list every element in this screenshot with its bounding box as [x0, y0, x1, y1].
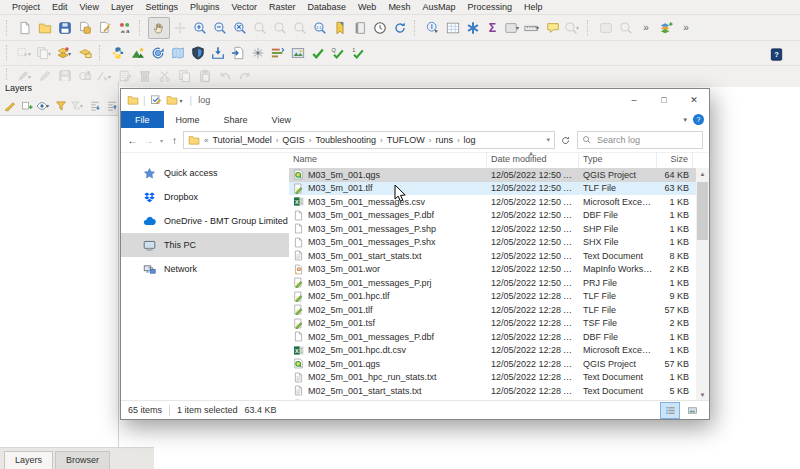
- ribbon-tab-home[interactable]: Home: [164, 111, 212, 128]
- explorer-help-icon[interactable]: ?: [693, 114, 704, 125]
- menu-help[interactable]: Help: [518, 2, 549, 12]
- file-row[interactable]: M03_5m_001_messages_P.shp12/05/2022 12:5…: [289, 222, 696, 236]
- manage-layers-button[interactable]: [656, 18, 676, 38]
- new-print-layout-button[interactable]: [75, 18, 95, 38]
- back-button[interactable]: ←: [125, 135, 140, 146]
- file-row[interactable]: M03_5m_001_messages_P.shx12/05/2022 12:5…: [289, 236, 696, 250]
- ribbon-tab-file[interactable]: File: [121, 111, 164, 128]
- new-spatial-bookmark-button[interactable]: [330, 18, 350, 38]
- tuflow-qgis-check-button[interactable]: Q: [328, 43, 348, 63]
- file-row[interactable]: M03_5m_001.tlf12/05/2022 12:50 AMTLF Fil…: [289, 182, 696, 196]
- tuflow-animation-button[interactable]: [288, 43, 308, 63]
- layer-labeling-button[interactable]: [75, 43, 95, 63]
- new-folder-quickaccess-icon[interactable]: [166, 94, 178, 106]
- dock-tab-layers[interactable]: Layers: [4, 451, 53, 469]
- file-row[interactable]: M02_5m_001.hpc.tlf12/05/2022 12:28 AMTLF…: [289, 290, 696, 304]
- tuflow-import-empty-button[interactable]: [208, 43, 228, 63]
- nav-item-dropbox[interactable]: Dropbox: [121, 185, 289, 209]
- customize-quickaccess-caret-icon[interactable]: ▾: [180, 97, 186, 104]
- zoom-full-button[interactable]: [230, 18, 250, 38]
- breadcrumb-segment[interactable]: Toubleshooting: [316, 135, 377, 145]
- menu-ausmap[interactable]: AusMap: [416, 2, 461, 12]
- column-header-size[interactable]: Size: [657, 152, 693, 168]
- tuflow-integrity-tool-button[interactable]: [188, 43, 208, 63]
- ribbon-tab-view[interactable]: View: [260, 111, 303, 128]
- show-spatial-bookmarks-button[interactable]: [350, 18, 370, 38]
- recent-locations-caret-icon[interactable]: ▾: [157, 137, 166, 144]
- file-row[interactable]: M03_5m_001_messages_P.prj12/05/2022 12:5…: [289, 276, 696, 290]
- file-row[interactable]: M03_5m_001.qgs12/05/2022 12:50 AMQGIS Pr…: [289, 168, 696, 182]
- large-icons-view-button[interactable]: [682, 402, 702, 419]
- address-dropdown-icon[interactable]: ▾: [546, 136, 550, 144]
- temporal-controller-button[interactable]: [370, 18, 390, 38]
- layers-panel-body[interactable]: [0, 115, 118, 448]
- expand-all-button[interactable]: [87, 98, 103, 114]
- menu-processing[interactable]: Processing: [461, 2, 518, 12]
- menu-database[interactable]: Database: [302, 2, 353, 12]
- up-button[interactable]: ↑: [167, 135, 182, 146]
- menu-layer[interactable]: Layer: [105, 2, 140, 12]
- breadcrumb-segment[interactable]: QGIS: [282, 135, 305, 145]
- file-row[interactable]: M02_5m_001.tsf12/05/2022 12:28 AMTSF Fil…: [289, 317, 696, 331]
- nav-item-network[interactable]: Network: [121, 257, 289, 281]
- tuflow-increment-layer-button[interactable]: [128, 43, 148, 63]
- file-row[interactable]: XM02_5m_001.hpc.dt.csv12/05/2022 12:28 A…: [289, 344, 696, 358]
- file-row[interactable]: M03_5m_001_messages_P.dbf12/05/2022 12:5…: [289, 209, 696, 223]
- menu-mesh[interactable]: Mesh: [382, 2, 416, 12]
- scroll-up-icon[interactable]: ▲: [696, 168, 709, 180]
- zoom-native-button[interactable]: 1:1: [310, 18, 330, 38]
- map-tips-button[interactable]: ▾: [503, 18, 523, 38]
- tuflow-reload-data-button[interactable]: [148, 43, 168, 63]
- refresh-map-button[interactable]: [390, 18, 410, 38]
- vertical-scrollbar[interactable]: ▲ ▼: [696, 168, 709, 401]
- search-input[interactable]: [595, 134, 698, 146]
- breadcrumb-segment[interactable]: TUFLOW: [387, 135, 425, 145]
- forward-button[interactable]: →: [141, 135, 156, 146]
- dock-tab-browser[interactable]: Browser: [55, 451, 110, 469]
- file-row[interactable]: M02_5m_001_hpc_run_stats.txt12/05/2022 1…: [289, 371, 696, 385]
- ribbon-tab-share[interactable]: Share: [212, 111, 260, 128]
- collapse-all-button[interactable]: [104, 98, 120, 114]
- filter-legend-button[interactable]: [53, 98, 69, 114]
- details-view-button[interactable]: [660, 402, 680, 419]
- identify-features-button[interactable]: i: [423, 18, 443, 38]
- breadcrumb-segment[interactable]: Tutorial_Model: [212, 135, 271, 145]
- manage-map-themes-button[interactable]: ▾: [36, 98, 52, 114]
- menu-view[interactable]: View: [74, 2, 105, 12]
- python-console-button[interactable]: [108, 43, 128, 63]
- show-layout-manager-button[interactable]: [95, 18, 115, 38]
- file-row[interactable]: M02_5m_001_messages_P.dbf12/05/2022 12:2…: [289, 330, 696, 344]
- tuflow-view-results-button[interactable]: [268, 43, 288, 63]
- close-button[interactable]: ✕: [679, 89, 709, 111]
- file-row[interactable]: M02_5m_001.qgs12/05/2022 12:28 AMQGIS Pr…: [289, 357, 696, 371]
- menu-settings[interactable]: Settings: [139, 2, 184, 12]
- menu-project[interactable]: Project: [6, 2, 46, 12]
- tuflow-insert-attributes-button[interactable]: [228, 43, 248, 63]
- column-header-type[interactable]: Type: [579, 152, 657, 168]
- open-project-button[interactable]: [35, 18, 55, 38]
- processing-toolbox-button[interactable]: [463, 18, 483, 38]
- minimize-button[interactable]: –: [619, 89, 649, 111]
- tuflow-1d-check-button[interactable]: 1: [348, 43, 368, 63]
- open-attribute-table-button[interactable]: [443, 18, 463, 38]
- tuflow-tcf-tools-button[interactable]: [248, 43, 268, 63]
- menu-raster[interactable]: Raster: [263, 2, 302, 12]
- maximize-button[interactable]: □: [649, 89, 679, 111]
- scrollbar-thumb[interactable]: [697, 182, 708, 240]
- properties-quickaccess-icon[interactable]: [150, 94, 162, 106]
- breadcrumb-segment[interactable]: runs: [435, 135, 453, 145]
- toolbar-overflow-right-button[interactable]: »: [676, 18, 696, 38]
- nav-item-onedrive-bmt-group-limited[interactable]: OneDrive - BMT Group Limited: [121, 209, 289, 233]
- open-layer-styling-panel-button[interactable]: [2, 98, 18, 114]
- breadcrumb-segment[interactable]: log: [464, 135, 476, 145]
- menu-vector[interactable]: Vector: [225, 2, 263, 12]
- style-manager-button[interactable]: a: [115, 18, 135, 38]
- pan-map-button[interactable]: [148, 17, 170, 39]
- add-group-button[interactable]: [19, 98, 35, 114]
- column-header-date-modified[interactable]: Date modified▲: [487, 152, 579, 168]
- new-project-button[interactable]: [15, 18, 35, 38]
- column-header-name[interactable]: Name: [289, 152, 487, 168]
- zoom-out-button[interactable]: [210, 18, 230, 38]
- menu-plugins[interactable]: Plugins: [184, 2, 226, 12]
- qgis-help-button[interactable]: ?: [766, 44, 786, 64]
